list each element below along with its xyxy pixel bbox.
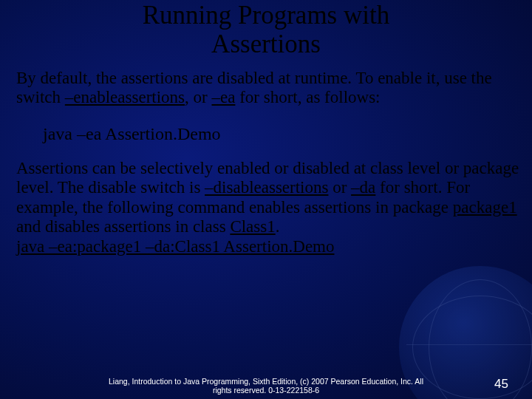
flag-enableassertions: –enableassertions — [65, 88, 185, 106]
p2-text-b: or — [328, 178, 351, 197]
footer-line-2: rights reserved. 0-13-222158-6 — [213, 386, 319, 395]
p1-text-c: for short, as follows: — [235, 88, 380, 106]
command-2: java –ea:package1 –da:Class1 Assertion.D… — [16, 237, 335, 256]
flag-disableassertions: –disableassertions — [205, 178, 328, 197]
flag-ea: –ea — [211, 88, 235, 106]
flag-da: –da — [351, 178, 375, 197]
title-line-1: Running Programs with — [143, 1, 389, 30]
p1-text-b: , or — [185, 88, 211, 106]
cmd1-text: java –ea Assertion.Demo — [43, 124, 221, 143]
p2-text-d: and disables assertions in class — [16, 217, 230, 236]
class-name: Class1 — [230, 217, 275, 236]
title-line-2: Assertions — [211, 30, 321, 58]
slide-title: Running Programs with Assertions — [0, 0, 532, 58]
p2-text-e: . — [276, 217, 280, 236]
footer-copyright: Liang, Introduction to Java Programming,… — [0, 377, 532, 395]
command-1: java –ea Assertion.Demo — [0, 108, 532, 144]
paragraph-2: Assertions can be selectively enabled or… — [0, 144, 532, 256]
page-number: 45 — [494, 377, 508, 392]
paragraph-1: By default, the assertions are disabled … — [0, 58, 532, 108]
footer-line-1: Liang, Introduction to Java Programming,… — [109, 377, 423, 386]
package-name: package1 — [453, 198, 517, 216]
